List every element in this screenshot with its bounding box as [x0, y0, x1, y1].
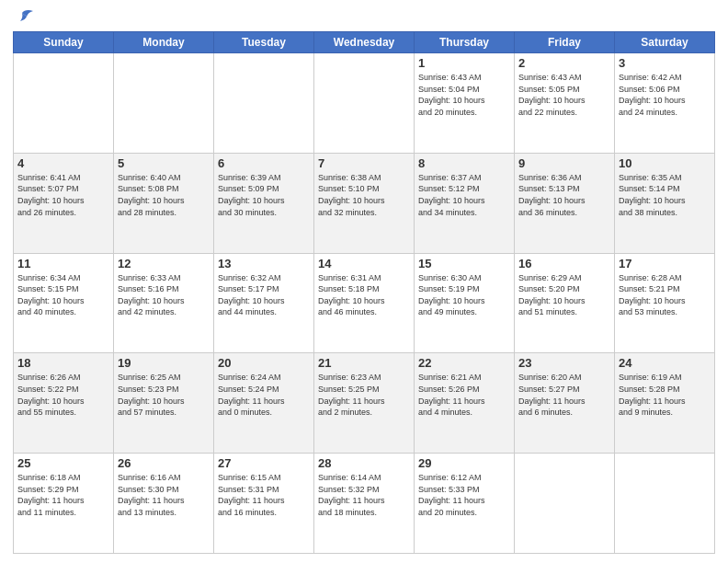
calendar-cell	[14, 53, 114, 154]
col-wednesday: Wednesday	[314, 32, 415, 53]
cell-info: Sunrise: 6:21 AM Sunset: 5:26 PM Dayligh…	[418, 372, 510, 418]
date-number: 13	[218, 257, 310, 270]
date-number: 21	[318, 356, 410, 370]
calendar-cell: 10Sunrise: 6:35 AM Sunset: 5:14 PM Dayli…	[615, 153, 715, 253]
calendar-cell: 11Sunrise: 6:34 AM Sunset: 5:15 PM Dayli…	[14, 253, 114, 353]
cell-info: Sunrise: 6:39 AM Sunset: 5:09 PM Dayligh…	[218, 172, 310, 218]
col-sunday: Sunday	[14, 32, 114, 53]
date-number: 27	[218, 456, 310, 470]
date-number: 6	[218, 156, 310, 170]
calendar-cell: 21Sunrise: 6:23 AM Sunset: 5:25 PM Dayli…	[314, 353, 415, 454]
date-number: 26	[118, 456, 210, 470]
date-number: 16	[518, 257, 610, 270]
cell-info: Sunrise: 6:31 AM Sunset: 5:18 PM Dayligh…	[318, 272, 410, 318]
cell-info: Sunrise: 6:15 AM Sunset: 5:31 PM Dayligh…	[218, 472, 310, 518]
calendar-cell: 1Sunrise: 6:43 AM Sunset: 5:04 PM Daylig…	[415, 53, 515, 154]
calendar-cell: 18Sunrise: 6:26 AM Sunset: 5:22 PM Dayli…	[14, 353, 114, 454]
date-number: 8	[418, 156, 510, 170]
cell-info: Sunrise: 6:19 AM Sunset: 5:28 PM Dayligh…	[619, 372, 711, 418]
calendar-cell: 17Sunrise: 6:28 AM Sunset: 5:21 PM Dayli…	[615, 253, 715, 353]
cell-info: Sunrise: 6:14 AM Sunset: 5:32 PM Dayligh…	[318, 472, 410, 518]
calendar-cell: 16Sunrise: 6:29 AM Sunset: 5:20 PM Dayli…	[515, 253, 615, 353]
calendar-cell: 25Sunrise: 6:18 AM Sunset: 5:29 PM Dayli…	[14, 454, 114, 554]
date-number: 9	[518, 156, 610, 170]
calendar-cell: 22Sunrise: 6:21 AM Sunset: 5:26 PM Dayli…	[415, 353, 515, 454]
date-number: 11	[17, 257, 109, 270]
calendar-cell: 20Sunrise: 6:24 AM Sunset: 5:24 PM Dayli…	[214, 353, 314, 454]
calendar-cell: 9Sunrise: 6:36 AM Sunset: 5:13 PM Daylig…	[515, 153, 615, 253]
calendar-cell: 3Sunrise: 6:42 AM Sunset: 5:06 PM Daylig…	[615, 53, 715, 154]
date-number: 2	[518, 56, 610, 70]
cell-info: Sunrise: 6:42 AM Sunset: 5:06 PM Dayligh…	[619, 72, 711, 118]
cell-info: Sunrise: 6:37 AM Sunset: 5:12 PM Dayligh…	[418, 172, 510, 218]
cell-info: Sunrise: 6:30 AM Sunset: 5:19 PM Dayligh…	[418, 272, 510, 318]
calendar-week-4: 18Sunrise: 6:26 AM Sunset: 5:22 PM Dayli…	[14, 353, 715, 454]
cell-info: Sunrise: 6:33 AM Sunset: 5:16 PM Dayligh…	[118, 272, 210, 318]
cell-info: Sunrise: 6:32 AM Sunset: 5:17 PM Dayligh…	[218, 272, 310, 318]
date-number: 25	[17, 456, 109, 470]
calendar-cell	[214, 53, 314, 154]
calendar-cell: 6Sunrise: 6:39 AM Sunset: 5:09 PM Daylig…	[214, 153, 314, 253]
date-number: 17	[619, 257, 711, 270]
col-tuesday: Tuesday	[214, 32, 314, 53]
calendar-cell	[515, 454, 615, 554]
calendar-cell	[615, 454, 715, 554]
cell-info: Sunrise: 6:38 AM Sunset: 5:10 PM Dayligh…	[318, 172, 410, 218]
cell-info: Sunrise: 6:35 AM Sunset: 5:14 PM Dayligh…	[619, 172, 711, 218]
col-thursday: Thursday	[415, 32, 515, 53]
calendar-cell: 24Sunrise: 6:19 AM Sunset: 5:28 PM Dayli…	[615, 353, 715, 454]
col-monday: Monday	[114, 32, 214, 53]
calendar-cell: 12Sunrise: 6:33 AM Sunset: 5:16 PM Dayli…	[114, 253, 214, 353]
calendar-cell: 29Sunrise: 6:12 AM Sunset: 5:33 PM Dayli…	[415, 454, 515, 554]
logo-bird-icon	[15, 9, 35, 26]
header	[13, 9, 715, 26]
date-number: 18	[17, 356, 109, 370]
calendar-cell	[114, 53, 214, 154]
cell-info: Sunrise: 6:41 AM Sunset: 5:07 PM Dayligh…	[17, 172, 109, 218]
date-number: 10	[619, 156, 711, 170]
cell-info: Sunrise: 6:23 AM Sunset: 5:25 PM Dayligh…	[318, 372, 410, 418]
cell-info: Sunrise: 6:16 AM Sunset: 5:30 PM Dayligh…	[118, 472, 210, 518]
calendar-cell: 13Sunrise: 6:32 AM Sunset: 5:17 PM Dayli…	[214, 253, 314, 353]
date-number: 14	[318, 257, 410, 270]
cell-info: Sunrise: 6:28 AM Sunset: 5:21 PM Dayligh…	[619, 272, 711, 318]
date-number: 29	[418, 456, 510, 470]
calendar-table: Sunday Monday Tuesday Wednesday Thursday…	[13, 31, 715, 554]
date-number: 7	[318, 156, 410, 170]
calendar-cell: 26Sunrise: 6:16 AM Sunset: 5:30 PM Dayli…	[114, 454, 214, 554]
calendar-cell	[314, 53, 415, 154]
date-number: 4	[17, 156, 109, 170]
date-number: 5	[118, 156, 210, 170]
date-number: 19	[118, 356, 210, 370]
cell-info: Sunrise: 6:25 AM Sunset: 5:23 PM Dayligh…	[118, 372, 210, 418]
calendar-week-3: 11Sunrise: 6:34 AM Sunset: 5:15 PM Dayli…	[14, 253, 715, 353]
calendar-cell: 28Sunrise: 6:14 AM Sunset: 5:32 PM Dayli…	[314, 454, 415, 554]
logo	[13, 9, 37, 26]
date-number: 12	[118, 257, 210, 270]
col-friday: Friday	[515, 32, 615, 53]
date-number: 23	[518, 356, 610, 370]
cell-info: Sunrise: 6:34 AM Sunset: 5:15 PM Dayligh…	[17, 272, 109, 318]
date-number: 28	[318, 456, 410, 470]
calendar-cell: 5Sunrise: 6:40 AM Sunset: 5:08 PM Daylig…	[114, 153, 214, 253]
date-number: 24	[619, 356, 711, 370]
calendar-cell: 19Sunrise: 6:25 AM Sunset: 5:23 PM Dayli…	[114, 353, 214, 454]
page-container: Sunday Monday Tuesday Wednesday Thursday…	[0, 0, 728, 563]
cell-info: Sunrise: 6:20 AM Sunset: 5:27 PM Dayligh…	[518, 372, 610, 418]
cell-info: Sunrise: 6:29 AM Sunset: 5:20 PM Dayligh…	[518, 272, 610, 318]
calendar-week-2: 4Sunrise: 6:41 AM Sunset: 5:07 PM Daylig…	[14, 153, 715, 253]
cell-info: Sunrise: 6:36 AM Sunset: 5:13 PM Dayligh…	[518, 172, 610, 218]
calendar-cell: 4Sunrise: 6:41 AM Sunset: 5:07 PM Daylig…	[14, 153, 114, 253]
date-number: 1	[418, 56, 510, 70]
date-number: 3	[619, 56, 711, 70]
cell-info: Sunrise: 6:12 AM Sunset: 5:33 PM Dayligh…	[418, 472, 510, 518]
calendar-week-5: 25Sunrise: 6:18 AM Sunset: 5:29 PM Dayli…	[14, 454, 715, 554]
col-saturday: Saturday	[615, 32, 715, 53]
date-number: 15	[418, 257, 510, 270]
calendar: Sunday Monday Tuesday Wednesday Thursday…	[13, 31, 715, 554]
calendar-week-1: 1Sunrise: 6:43 AM Sunset: 5:04 PM Daylig…	[14, 53, 715, 154]
calendar-cell: 7Sunrise: 6:38 AM Sunset: 5:10 PM Daylig…	[314, 153, 415, 253]
calendar-cell: 14Sunrise: 6:31 AM Sunset: 5:18 PM Dayli…	[314, 253, 415, 353]
calendar-cell: 2Sunrise: 6:43 AM Sunset: 5:05 PM Daylig…	[515, 53, 615, 154]
calendar-cell: 15Sunrise: 6:30 AM Sunset: 5:19 PM Dayli…	[415, 253, 515, 353]
